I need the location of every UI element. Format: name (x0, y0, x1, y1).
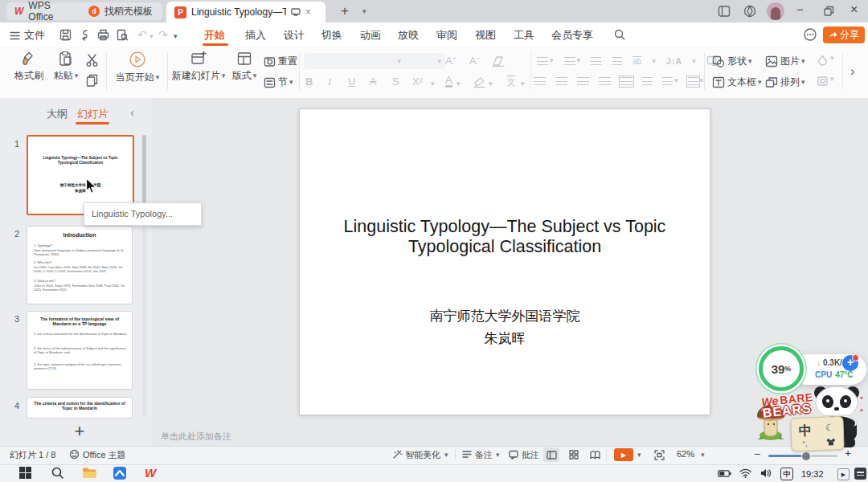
slide-title-line1[interactable]: Linguistic Typology—The Subject vs Topic (300, 217, 710, 237)
font-color-dropdown[interactable]: ▾ (457, 80, 461, 88)
restore-button[interactable] (824, 6, 834, 16)
battery-ring-widget[interactable]: 39% (759, 346, 804, 391)
text-align-vertical-button[interactable]: ▾ (688, 77, 704, 86)
notes-placeholder[interactable]: 单击此处添加备注 (161, 431, 231, 443)
minimize-button[interactable]: − (796, 3, 804, 15)
textbox-dropdown[interactable]: ▾ (758, 79, 762, 86)
normal-view-button[interactable] (543, 447, 559, 462)
export-icon[interactable] (80, 29, 90, 41)
widget-add-button[interactable]: + (842, 355, 858, 371)
undo-icon[interactable]: ↶ (137, 28, 147, 41)
zoom-dropdown[interactable]: ▾ (701, 451, 705, 459)
ime-toolbar[interactable]: 中 ☾ °‚ (790, 416, 844, 451)
align-center-button[interactable] (555, 77, 567, 86)
taskbar-clock[interactable]: 19:32 (801, 469, 824, 479)
ribbon-tab-transition[interactable]: 切换 (321, 28, 342, 43)
ribbon-tab-design[interactable]: 设计 (284, 28, 305, 43)
text-shadow-button[interactable]: S (392, 76, 399, 88)
ime-chinese-mode[interactable]: 中 (799, 423, 813, 440)
strikethrough-button[interactable]: A (370, 76, 377, 88)
ime-skin-icon[interactable] (825, 437, 836, 446)
ribbon-tab-review[interactable]: 审阅 (436, 28, 457, 43)
bullet-list-button[interactable]: ▾ (537, 57, 554, 66)
pinyin-dropdown[interactable]: ▾ (521, 80, 525, 88)
ribbon-tab-view[interactable]: 视图 (475, 28, 496, 43)
slide-subtitle-line1[interactable]: 南宁师范大学外国语学院 (300, 307, 710, 325)
tab-docer-templates[interactable]: d 找稻壳模板 (80, 2, 162, 20)
save-icon[interactable] (59, 29, 72, 41)
fit-slide-icon[interactable] (654, 450, 665, 460)
tab-document[interactable]: P Linguistic Typology—The Su × (166, 2, 326, 22)
slide-2-thumbnail[interactable]: Introduction 1. Typology? Topic-prominen… (27, 226, 133, 304)
paragraph-spacing-button[interactable]: ▾ (662, 77, 678, 86)
cut-icon[interactable] (85, 54, 99, 67)
windows-start-button[interactable] (19, 467, 31, 479)
user-avatar[interactable] (767, 2, 784, 20)
tab-list-dropdown[interactable]: ▾ (362, 8, 366, 15)
justify-button[interactable] (599, 77, 611, 86)
format-painter-button[interactable]: 格式刷 (10, 51, 48, 83)
ime-fullwidth-icon[interactable]: ☾ (825, 422, 834, 433)
slide-subtitle-line2[interactable]: 朱岚晖 (300, 329, 710, 348)
smart-beautify-button[interactable]: 智能美化 (405, 449, 440, 461)
notification-center-button[interactable] (854, 468, 866, 480)
new-tab-button[interactable]: + (341, 4, 349, 18)
print-preview-icon[interactable] (117, 29, 129, 41)
present-to-screen-icon[interactable] (291, 8, 301, 16)
ribbon-tab-animation[interactable]: 动画 (360, 28, 381, 43)
copy-icon[interactable] (86, 74, 98, 87)
new-slide-dropdown[interactable]: ▾ (222, 72, 226, 80)
battery-icon[interactable] (718, 470, 731, 477)
italic-button[interactable]: I (328, 76, 331, 88)
highlight-color-dropdown[interactable]: ▾ (489, 80, 493, 88)
print-icon[interactable] (97, 29, 109, 41)
line-spacing-button[interactable] (642, 77, 653, 86)
font-family-select[interactable]: ▾ (304, 53, 405, 69)
section-dropdown[interactable]: ▾ (289, 79, 293, 86)
outline-color-button[interactable]: ▾ (817, 76, 834, 87)
pinyin-guide-button[interactable]: wén 文 (503, 74, 519, 87)
ime-language-indicator[interactable]: 中 (780, 468, 793, 480)
meeting-app-button[interactable] (113, 467, 126, 480)
slide-layout-dropdown[interactable]: ▾ (253, 72, 257, 80)
text-direction-dropdown[interactable]: ▾ (652, 58, 656, 65)
notes-dropdown[interactable]: ▾ (496, 451, 500, 459)
new-slide-button[interactable]: 新建幻灯片▾ (172, 51, 225, 83)
zoom-in-button[interactable]: + (845, 447, 851, 460)
redo-icon[interactable]: ↷ (158, 28, 168, 41)
slide-sorter-view-button[interactable] (566, 447, 582, 462)
tray-expand-button[interactable]: ▶ (837, 468, 850, 480)
section-button[interactable]: 节▾ (264, 76, 293, 89)
tab-wps-home[interactable]: W WPS Office (6, 2, 85, 20)
decrease-font-button[interactable]: A− (469, 55, 480, 67)
paste-dropdown[interactable]: ▾ (75, 72, 79, 80)
play-from-current-button[interactable]: 当页开始▾ (111, 51, 164, 84)
globe-icon[interactable] (743, 5, 756, 18)
picture-button[interactable]: 图片▾ (765, 55, 805, 68)
ribbon-tab-slideshow[interactable]: 放映 (398, 28, 419, 43)
ribbon-tab-membership[interactable]: 会员专享 (551, 28, 593, 43)
smart-beautify-dropdown[interactable]: ▾ (444, 451, 448, 459)
slide-3-thumbnail[interactable]: The formation of the typological view of… (27, 311, 133, 390)
add-slide-button[interactable]: + (69, 421, 90, 442)
distribute-text-button[interactable] (620, 77, 633, 86)
ribbon-tab-tools[interactable]: 工具 (514, 28, 534, 43)
decrease-indent-button[interactable] (591, 57, 601, 66)
font-color-button[interactable]: A (445, 76, 452, 88)
clear-format-icon[interactable] (492, 55, 505, 67)
font-size-select[interactable]: ▾ (402, 53, 445, 69)
reading-view-button[interactable] (587, 447, 603, 462)
bold-button[interactable]: B (305, 76, 313, 88)
arrange-button[interactable]: 排列▾ (765, 76, 805, 89)
slide-title-line2[interactable]: Typological Classification (300, 237, 710, 257)
superscript-dropdown[interactable]: ▾ (431, 80, 435, 88)
numbered-list-button[interactable]: ▾ (564, 57, 581, 66)
textbox-button[interactable]: 文本框▾ (712, 76, 762, 89)
wps-taskbar-button[interactable]: W (145, 467, 156, 480)
volume-icon[interactable] (760, 468, 772, 478)
comments-button[interactable]: 批注 (522, 449, 539, 461)
zoom-level[interactable]: 62% (677, 449, 694, 459)
file-menu[interactable]: 文件 (10, 28, 45, 43)
toolbar-expand-button[interactable]: › (850, 64, 854, 79)
superscript-button[interactable]: X² (412, 76, 423, 88)
